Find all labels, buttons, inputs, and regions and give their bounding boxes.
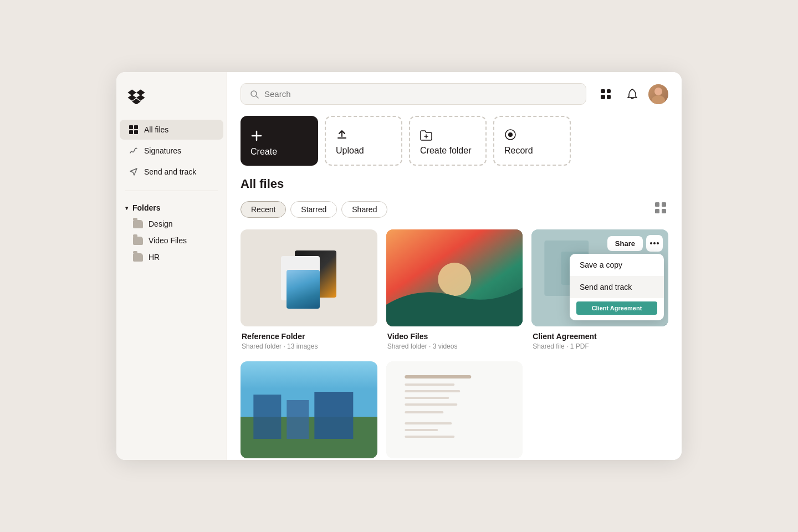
user-avatar[interactable] xyxy=(648,84,668,104)
file-info-video: Video Files Shared folder · 3 videos xyxy=(386,326,523,352)
create-button[interactable]: Create xyxy=(241,116,318,166)
sidebar-nav: All files Signatures Send and track xyxy=(116,120,227,182)
grid-apps-button[interactable] xyxy=(595,84,616,105)
file-card-outdoor[interactable] xyxy=(241,361,377,458)
files-grid: Reference Folder Shared folder · 13 imag… xyxy=(241,229,668,458)
client-agreement-card: Client Agreement xyxy=(576,301,657,315)
svg-rect-29 xyxy=(405,390,460,392)
sidebar-item-signatures[interactable]: Signatures xyxy=(120,141,223,161)
share-button[interactable]: Share xyxy=(607,236,643,251)
svg-rect-24 xyxy=(287,400,309,439)
folder-video-files-label: Video Files xyxy=(149,236,187,245)
tab-starred[interactable]: Starred xyxy=(290,201,337,218)
view-toggle-button[interactable] xyxy=(653,200,668,218)
context-menu-overlay: Share xyxy=(531,229,668,326)
dropdown-save-copy[interactable]: Save a copy xyxy=(570,254,664,276)
file-card-reference-folder[interactable]: Reference Folder Shared folder · 13 imag… xyxy=(241,229,377,352)
sidebar-folder-design[interactable]: Design xyxy=(120,216,223,232)
record-icon xyxy=(504,129,516,142)
svg-rect-7 xyxy=(655,202,659,207)
upload-button[interactable]: Upload xyxy=(325,116,402,166)
svg-point-20 xyxy=(657,242,659,244)
tab-recent[interactable]: Recent xyxy=(241,201,286,218)
svg-rect-32 xyxy=(405,411,443,413)
chevron-down-icon: ▾ xyxy=(125,205,128,211)
svg-rect-34 xyxy=(405,429,438,431)
avatar-image xyxy=(648,84,668,104)
svg-rect-1 xyxy=(134,125,138,129)
search-input[interactable] xyxy=(264,89,577,99)
file-meta-client: Shared file · 1 PDF xyxy=(533,342,667,350)
sidebar-folder-video-files[interactable]: Video Files xyxy=(120,232,223,249)
sidebar: All files Signatures Send and track xyxy=(116,72,227,460)
header xyxy=(227,72,682,116)
outdoor-thumbnail-svg xyxy=(241,361,377,458)
sidebar-item-signatures-label: Signatures xyxy=(144,146,181,155)
more-options-button[interactable] xyxy=(646,235,663,252)
sidebar-logo-area xyxy=(116,83,227,120)
folder-icon xyxy=(133,253,143,262)
svg-point-19 xyxy=(653,242,656,244)
more-dots-icon xyxy=(650,242,659,244)
folders-label: Folders xyxy=(132,203,161,212)
file-card-video-files[interactable]: Video Files Shared folder · 3 videos xyxy=(386,229,523,352)
record-button[interactable]: Record xyxy=(493,116,571,166)
svg-rect-3 xyxy=(134,130,138,134)
folders-header[interactable]: ▾ Folders xyxy=(120,200,223,216)
app-window: All files Signatures Send and track xyxy=(116,72,682,460)
folder-icon xyxy=(133,237,143,245)
file-name-reference: Reference Folder xyxy=(242,332,376,341)
search-bar[interactable] xyxy=(241,83,586,105)
svg-rect-31 xyxy=(405,403,457,406)
files-section: All files Recent Starred Shared xyxy=(227,177,682,460)
create-folder-label: Create folder xyxy=(420,146,472,156)
record-label: Record xyxy=(504,146,533,156)
search-icon xyxy=(250,90,259,99)
context-menu-buttons: Share xyxy=(607,235,663,252)
upload-label: Upload xyxy=(336,146,364,156)
send-and-track-icon xyxy=(129,167,139,177)
video-thumbnail-svg xyxy=(386,229,523,326)
file-meta-reference: Shared folder · 13 images xyxy=(242,342,376,350)
section-title: All files xyxy=(241,177,668,191)
signatures-icon xyxy=(129,146,139,156)
svg-rect-28 xyxy=(405,383,454,386)
dropdown-send-and-track[interactable]: Send and track xyxy=(570,276,664,298)
file-info-client: Client Agreement Shared file · 1 PDF xyxy=(531,326,668,352)
file-card-client-agreement[interactable]: Share xyxy=(531,229,668,352)
folders-section: ▾ Folders Design Video Files HR xyxy=(116,200,227,265)
sidebar-item-all-files[interactable]: All files xyxy=(120,120,223,140)
filter-tabs-bar: Recent Starred Shared xyxy=(241,200,668,218)
svg-rect-10 xyxy=(662,209,666,213)
sidebar-folder-hr[interactable]: HR xyxy=(120,249,223,265)
context-dropdown-menu: Save a copy Send and track Client Agreem… xyxy=(570,254,664,320)
sidebar-item-send-and-track[interactable]: Send and track xyxy=(120,162,223,182)
tab-shared[interactable]: Shared xyxy=(341,201,387,218)
create-folder-button[interactable]: Create folder xyxy=(409,116,487,166)
apps-grid-icon xyxy=(601,89,611,99)
svg-rect-9 xyxy=(655,209,659,213)
file-thumb-video xyxy=(386,229,523,326)
svg-rect-8 xyxy=(662,202,666,207)
svg-rect-33 xyxy=(405,422,452,424)
svg-rect-0 xyxy=(129,125,133,129)
svg-rect-2 xyxy=(129,130,133,134)
file-meta-video: Shared folder · 3 videos xyxy=(387,342,522,350)
sidebar-item-all-files-label: All files xyxy=(144,125,168,134)
file-name-client: Client Agreement xyxy=(533,332,667,341)
file-name-video: Video Files xyxy=(387,332,522,341)
document-thumbnail-svg xyxy=(386,361,523,458)
upload-icon xyxy=(336,129,348,142)
main-content: Create Upload Create f xyxy=(227,72,682,460)
file-card-document[interactable] xyxy=(386,361,523,458)
all-files-icon xyxy=(129,125,139,135)
folder-design-label: Design xyxy=(149,219,173,228)
quick-actions: Create Upload Create f xyxy=(227,116,682,177)
svg-rect-30 xyxy=(405,397,449,399)
svg-point-6 xyxy=(508,132,513,137)
svg-rect-27 xyxy=(405,375,471,378)
reference-stack xyxy=(275,245,342,311)
notifications-button[interactable] xyxy=(622,84,643,105)
folder-icon xyxy=(133,220,143,228)
svg-rect-23 xyxy=(253,395,281,439)
